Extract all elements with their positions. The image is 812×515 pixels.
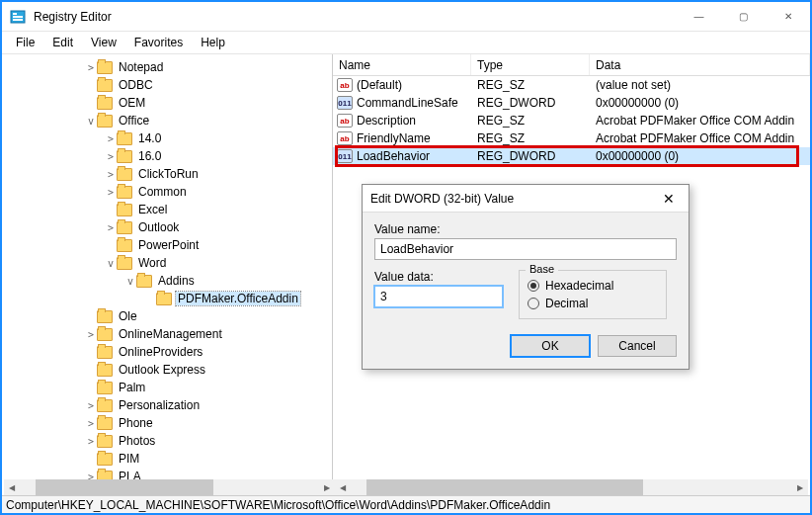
tree-item-personalization[interactable]: Personalization [117, 398, 202, 412]
radio-hex-label: Hexadecimal [545, 279, 613, 293]
collapse-icon[interactable]: v [105, 258, 117, 269]
value-name: LoadBehavior [357, 149, 430, 163]
collapse-icon[interactable]: v [85, 116, 97, 127]
radio-hexadecimal[interactable] [528, 280, 539, 292]
list-row[interactable]: 011CommandLineSafe REG_DWORD 0x00000000 … [333, 94, 810, 112]
value-type: REG_DWORD [471, 149, 590, 163]
ok-button[interactable]: OK [511, 335, 590, 357]
expand-icon[interactable]: > [85, 436, 97, 447]
tree-item-14[interactable]: 14.0 [136, 131, 163, 145]
cancel-button[interactable]: Cancel [598, 335, 677, 357]
menu-edit[interactable]: Edit [44, 34, 81, 51]
tree-pane[interactable]: >Notepad ODBC OEM vOffice >14.0 >16.0 >C… [2, 54, 333, 487]
expand-icon[interactable]: > [105, 187, 117, 198]
tree-item-powerpoint[interactable]: PowerPoint [136, 238, 201, 252]
scrollbar-thumb[interactable] [366, 479, 643, 495]
list-body: ab(Default) REG_SZ (value not set) 011Co… [333, 76, 810, 165]
folder-icon [97, 417, 113, 430]
menu-file[interactable]: File [8, 34, 42, 51]
list-row[interactable]: abFriendlyName REG_SZ Acrobat PDFMaker O… [333, 129, 810, 147]
value-type: REG_SZ [471, 131, 590, 145]
collapse-icon[interactable]: v [124, 276, 136, 287]
titlebar: Registry Editor — ▢ ✕ [2, 2, 810, 32]
svg-rect-3 [13, 19, 23, 21]
base-label: Base [526, 263, 558, 275]
list-row-selected[interactable]: 011LoadBehavior REG_DWORD 0x00000000 (0) [333, 147, 810, 165]
menu-help[interactable]: Help [193, 34, 233, 51]
tree-item-addins[interactable]: Addins [156, 274, 197, 288]
reg-dword-icon: 011 [337, 149, 353, 163]
scrollbar-thumb[interactable] [36, 479, 213, 495]
tree-item-outlook[interactable]: Outlook [136, 220, 181, 234]
folder-icon [117, 204, 132, 216]
menubar: File Edit View Favorites Help [2, 32, 810, 54]
expand-icon[interactable]: > [105, 169, 117, 180]
dialog-close-button[interactable]: ✕ [657, 191, 681, 207]
menu-favorites[interactable]: Favorites [126, 34, 191, 51]
folder-icon [117, 239, 132, 252]
value-name: CommandLineSafe [357, 96, 458, 110]
svg-rect-1 [13, 13, 17, 15]
folder-icon [97, 115, 113, 128]
expand-icon[interactable]: > [85, 329, 97, 340]
tree-item-onlineprov[interactable]: OnlineProviders [117, 345, 204, 359]
column-header-name[interactable]: Name [333, 54, 471, 75]
scrollbar-horizontal[interactable]: ◀ ▶ [4, 479, 335, 495]
statusbar-path: Computer\HKEY_LOCAL_MACHINE\SOFTWARE\Mic… [6, 498, 550, 512]
reg-sz-icon: ab [337, 131, 353, 145]
tree-item-photos[interactable]: Photos [117, 434, 157, 448]
valuedata-label: Value data: [374, 270, 503, 284]
expand-icon[interactable]: > [85, 400, 97, 411]
folder-icon [117, 168, 132, 181]
folder-icon [156, 293, 172, 305]
column-header-type[interactable]: Type [471, 54, 590, 75]
valuename-field[interactable]: LoadBehavior [374, 238, 677, 260]
tree-item-outlookexp[interactable]: Outlook Express [117, 363, 207, 377]
tree-item-common[interactable]: Common [136, 185, 189, 199]
tree-item-clicktorun[interactable]: ClickToRun [136, 167, 201, 181]
tree-item-oem[interactable]: OEM [117, 96, 147, 110]
tree-item-ole[interactable]: Ole [117, 309, 139, 323]
folder-icon [136, 275, 152, 288]
tree-item-office[interactable]: Office [117, 114, 151, 128]
scrollbar-horizontal[interactable]: ◀ ▶ [335, 479, 808, 495]
tree-item-onlinemgmt[interactable]: OnlineManagement [117, 327, 224, 341]
tree-item-16[interactable]: 16.0 [136, 149, 163, 163]
maximize-button[interactable]: ▢ [721, 2, 766, 32]
expand-icon[interactable]: > [105, 222, 117, 233]
dialog-title: Edit DWORD (32-bit) Value [370, 192, 657, 206]
close-button[interactable]: ✕ [766, 2, 810, 32]
tree-item-notepad[interactable]: Notepad [117, 60, 165, 74]
folder-icon [97, 346, 113, 359]
radio-decimal[interactable] [528, 298, 539, 309]
expand-icon[interactable]: > [105, 151, 117, 162]
expand-icon[interactable]: > [85, 62, 97, 73]
reg-sz-icon: ab [337, 78, 353, 92]
expand-icon[interactable]: > [105, 133, 117, 144]
tree-item-phone[interactable]: Phone [117, 416, 155, 430]
scroll-right-icon[interactable]: ▶ [792, 479, 808, 495]
scroll-left-icon[interactable]: ◀ [335, 479, 351, 495]
list-row[interactable]: ab(Default) REG_SZ (value not set) [333, 76, 810, 94]
tree-item-word[interactable]: Word [136, 256, 168, 270]
value-type: REG_DWORD [471, 96, 590, 110]
tree-item-pdfmaker[interactable]: PDFMaker.OfficeAddin [176, 292, 300, 305]
folder-icon [117, 150, 132, 163]
tree-item-pim[interactable]: PIM [117, 452, 141, 466]
folder-icon [97, 399, 113, 412]
list-row[interactable]: abDescription REG_SZ Acrobat PDFMaker Of… [333, 112, 810, 129]
tree-item-odbc[interactable]: ODBC [117, 78, 155, 92]
folder-icon [97, 328, 113, 341]
expand-icon[interactable]: > [85, 418, 97, 429]
tree-item-palm[interactable]: Palm [117, 381, 147, 394]
valuedata-field[interactable]: 3 [374, 286, 503, 307]
folder-icon [117, 257, 132, 270]
column-header-data[interactable]: Data [590, 54, 810, 75]
tree-item-excel[interactable]: Excel [136, 203, 169, 216]
scroll-right-icon[interactable]: ▶ [319, 479, 335, 495]
folder-icon [97, 453, 113, 466]
menu-view[interactable]: View [83, 34, 124, 51]
minimize-button[interactable]: — [677, 2, 721, 32]
value-data: Acrobat PDFMaker Office COM Addin [590, 131, 810, 145]
scroll-left-icon[interactable]: ◀ [4, 479, 20, 495]
